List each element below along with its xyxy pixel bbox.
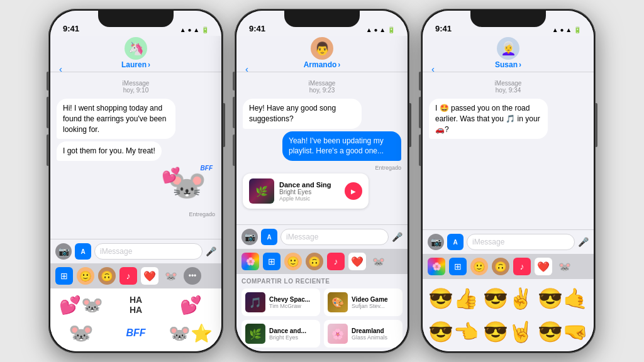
tray-memoji2-2[interactable]: 🙃	[306, 253, 323, 270]
input-bar-2: 📷 A iMessage 🎤	[236, 224, 408, 249]
back-button-1[interactable]: ‹	[59, 63, 62, 74]
camera-button-1[interactable]: 📷	[55, 243, 72, 260]
status-icons-1: ▲ ● ▲ 🔋	[180, 26, 209, 33]
recent-item-1[interactable]: 🎵 Chevy Spac... Tim McGraw	[242, 288, 320, 316]
recent-artist-1: Tim McGraw	[269, 303, 310, 309]
tray-heart-2[interactable]: ❤️	[348, 253, 366, 270]
tray-music-2[interactable]: ♪	[327, 253, 345, 270]
memoji-item-5[interactable]: 😎🤘	[482, 317, 533, 347]
timestamp-1: iMessage hoy, 9:10	[57, 80, 215, 94]
tray-memoji-1[interactable]: 🙂	[77, 267, 94, 285]
contact-name-1[interactable]: Lauren ›	[121, 60, 150, 69]
timestamp-2: iMessage hoy, 9:23	[243, 80, 401, 94]
bubble-5: I 🤩 passed you on the road earlier. Was …	[429, 99, 548, 139]
app-tray-1: ⊞ 🙂 🙃 ♪ ❤️ 🐭 •••	[50, 263, 221, 288]
tray-mickey-3[interactable]: 🐭	[556, 258, 574, 275]
camera-button-3[interactable]: 📷	[428, 234, 444, 250]
tray-memoji2-3[interactable]: 🙃	[492, 258, 509, 275]
sticker-container-1: 🐭💕 BFF	[57, 163, 215, 207]
recent-info-1: Chevy Spac... Tim McGraw	[269, 296, 310, 309]
recent-item-3[interactable]: 🌿 Dance and... Bright Eyes	[242, 320, 320, 348]
music-source-1: Apple Music	[279, 195, 340, 202]
memoji-panel-1: 😎👍 😎✌️ 😎🤙 😎👈 😎🤘 😎🤜	[423, 279, 594, 351]
input-placeholder-1: iMessage	[100, 247, 132, 256]
message-row-4: Yeah! I've been updating my playlist. He…	[243, 131, 401, 162]
back-button-2[interactable]: ‹	[245, 63, 248, 74]
recent-item-2[interactable]: 🎨 Video Game Sufjan Stev...	[324, 288, 402, 316]
music-card-row: 🌿 Dance and Sing Bright Eyes Apple Music…	[243, 173, 401, 209]
bff-label: BFF	[201, 165, 213, 172]
phone-3: 9:41 ▲ ● ▲ 🔋 ‹ 👩‍🦳 Susan › iMessage hoy,…	[421, 9, 596, 353]
tray-music-3[interactable]: ♪	[513, 258, 531, 275]
sticker-panel-1: 💕🐭 HAHA 💕 🐭 BFF 🐭⭐	[50, 288, 221, 351]
tray-music-1[interactable]: ♪	[119, 267, 137, 285]
messages-area-1: iMessage hoy, 9:10 Hi! I went shopping t…	[50, 72, 221, 239]
sticker-item-2[interactable]: HAHA	[110, 293, 161, 317]
music-play-button-1[interactable]: ▶	[345, 182, 362, 200]
tray-photos-3[interactable]: 🌸	[428, 258, 445, 275]
tray-mickey-2[interactable]: 🐭	[370, 253, 387, 270]
input-bar-1: 📷 A iMessage 🎤	[50, 239, 221, 263]
messages-area-3: iMessage hoy, 9:34 I 🤩 passed you on the…	[423, 72, 594, 229]
recent-title-1: Chevy Spac...	[269, 296, 310, 303]
delivered-row-1: Entregado	[57, 210, 215, 217]
timestamp-3: iMessage hoy, 9:34	[429, 80, 587, 94]
memoji-item-1[interactable]: 😎👍	[428, 284, 479, 314]
tray-store-3[interactable]: ⊞	[449, 258, 467, 275]
music-art-1: 🌿	[249, 178, 274, 204]
app-tray-2: 🌸 ⊞ 🙂 🙃 ♪ ❤️ 🐭	[236, 249, 408, 274]
recent-title-4: Dreamland	[352, 327, 387, 334]
message-input-1[interactable]: iMessage	[94, 243, 203, 260]
recent-art-1: 🎵	[245, 292, 265, 312]
sticker-item-5[interactable]: BFF	[110, 321, 161, 347]
tray-mickey-1[interactable]: 🐭	[162, 267, 180, 285]
tray-photos-2[interactable]: 🌸	[242, 253, 259, 270]
camera-button-2[interactable]: 📷	[242, 229, 258, 245]
music-title-1: Dance and Sing	[279, 181, 340, 189]
message-input-2[interactable]: iMessage	[280, 229, 389, 245]
mic-button-1[interactable]: 🎤	[206, 246, 216, 256]
status-time-2: 9:41	[249, 24, 265, 33]
tray-store-2[interactable]: ⊞	[263, 253, 280, 270]
tray-heart-1[interactable]: ❤️	[141, 267, 158, 285]
tray-more-1[interactable]: •••	[184, 267, 201, 285]
tray-memoji-2[interactable]: 🙂	[284, 253, 302, 270]
contact-name-3[interactable]: Susan ›	[495, 60, 521, 69]
tray-heart-3[interactable]: ❤️	[535, 258, 552, 275]
app-button-1[interactable]: A	[75, 243, 91, 260]
nav-bar-1: ‹ 🦄 Lauren ›	[50, 36, 221, 72]
music-card-1[interactable]: 🌿 Dance and Sing Bright Eyes Apple Music…	[243, 173, 369, 209]
tray-store-1[interactable]: ⊞	[55, 267, 73, 285]
sticker-item-3[interactable]: 💕	[165, 293, 216, 317]
memoji-item-4[interactable]: 😎👈	[428, 317, 479, 347]
app-button-2[interactable]: A	[261, 229, 277, 245]
delivered-label-1: Entregado	[189, 211, 215, 217]
avatar-1: 🦄	[125, 37, 147, 60]
nav-bar-3: ‹ 👩‍🦳 Susan ›	[423, 36, 594, 72]
sticker-item-4[interactable]: 🐭	[55, 321, 106, 347]
memoji-item-3[interactable]: 😎🤙	[538, 284, 589, 314]
mic-button-3[interactable]: 🎤	[578, 237, 589, 247]
input-bar-3: 📷 A iMessage 🎤	[423, 229, 594, 254]
tray-memoji2-1[interactable]: 🙃	[98, 267, 116, 285]
mic-button-2[interactable]: 🎤	[392, 232, 402, 242]
tray-memoji-3[interactable]: 🙂	[470, 258, 488, 275]
recents-grid-1: 🎵 Chevy Spac... Tim McGraw 🎨 Video Game …	[242, 288, 402, 348]
back-button-3[interactable]: ‹	[431, 63, 435, 74]
sticker-item-6[interactable]: 🐭⭐	[165, 321, 216, 347]
delivered-label-2: Entregado	[375, 165, 401, 171]
nav-bar-2: ‹ 👨 Armando ›	[236, 36, 408, 72]
memoji-item-6[interactable]: 😎🤜	[538, 317, 589, 347]
message-input-3[interactable]: iMessage	[467, 234, 575, 250]
sticker-item-1[interactable]: 💕🐭	[55, 293, 106, 317]
memoji-item-2[interactable]: 😎✌️	[482, 284, 533, 314]
recent-info-4: Dreamland Glass Animals	[352, 327, 387, 341]
avatar-2: 👨	[311, 37, 333, 60]
app-tray-3: 🌸 ⊞ 🙂 🙃 ♪ ❤️ 🐭	[423, 254, 594, 279]
app-button-3[interactable]: A	[447, 234, 464, 250]
recent-item-4[interactable]: 🌸 Dreamland Glass Animals	[324, 320, 402, 348]
contact-name-2[interactable]: Armando ›	[304, 60, 341, 69]
bubble-3: Hey! Have any good song suggestions?	[243, 99, 362, 129]
recent-info-3: Dance and... Bright Eyes	[269, 327, 306, 341]
sticker-1: 🐭💕 BFF	[158, 163, 215, 207]
